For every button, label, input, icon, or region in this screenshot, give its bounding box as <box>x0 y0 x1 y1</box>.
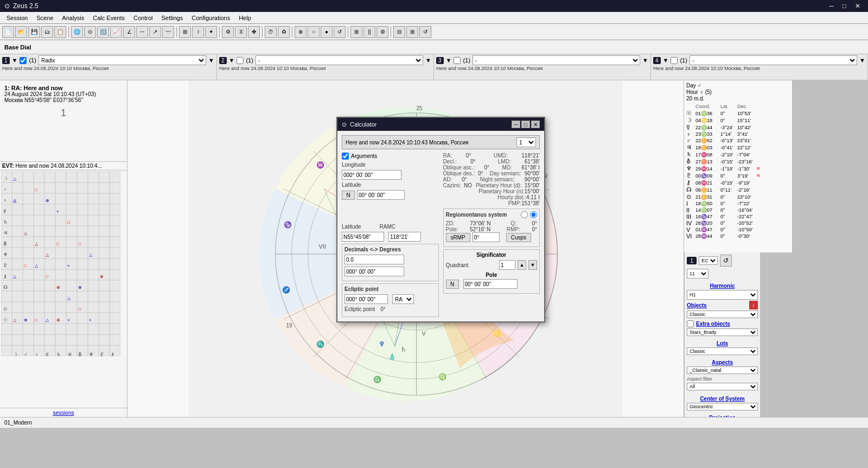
tool-b3[interactable]: ● <box>321 26 333 38</box>
calc-ecliptic-select[interactable]: RA <box>392 294 414 304</box>
tool-c1[interactable]: ⊞ <box>350 26 362 38</box>
calc-cusps-btn[interactable]: Cusps <box>506 233 531 242</box>
ec-select[interactable]: EC <box>699 256 718 265</box>
tool-grid[interactable]: ⊞ <box>179 26 191 38</box>
h1-select[interactable]: H1 <box>687 290 758 300</box>
tool-save2[interactable]: 🗂 <box>41 26 53 38</box>
menu-session[interactable]: Session <box>2 14 32 22</box>
extra-objects-check[interactable] <box>687 320 694 327</box>
menu-analysis[interactable]: Analysis <box>58 14 88 22</box>
aspect-filter-select[interactable]: All <box>687 383 758 390</box>
menu-calc-events[interactable]: Calc Events <box>88 14 129 22</box>
extra-objects-link[interactable]: Extra objects <box>696 321 730 327</box>
chart-panel-3-arrow[interactable]: ▼ <box>446 57 452 64</box>
chart-panel-4-arrow[interactable]: ▼ <box>663 57 669 64</box>
chart-panel-3-dropdown[interactable]: ▼ <box>642 57 648 64</box>
chart-panel-3-num[interactable]: 3 <box>436 57 444 64</box>
chart-panel-2-dropdown[interactable]: ▼ <box>425 57 431 64</box>
tool-star[interactable]: ✦ <box>205 26 217 38</box>
chart-panel-2-check[interactable] <box>237 57 244 64</box>
chart-panel-4-check[interactable] <box>671 57 678 64</box>
sessions-link[interactable]: sessions <box>53 410 74 416</box>
calc-header-num[interactable]: 1 <box>516 137 536 147</box>
calc-lat-coord-input[interactable] <box>342 232 384 242</box>
tool-a3[interactable]: ✤ <box>248 26 260 38</box>
tool-save[interactable]: 💾 <box>28 26 40 38</box>
tool-chart[interactable]: 📈 <box>110 26 122 38</box>
center-of-system-link[interactable]: Center of System <box>687 396 758 402</box>
calc-lat-input[interactable] <box>357 190 405 200</box>
calc-maximize-btn[interactable]: □ <box>521 121 530 128</box>
aspects-link[interactable]: Aspects <box>687 359 758 365</box>
chart-panel-2-num[interactable]: 2 <box>219 57 227 64</box>
chart-panel-1-num[interactable]: 1 <box>2 57 10 64</box>
tool-calc[interactable]: 🔢 <box>97 26 109 38</box>
num-select[interactable]: 11 <box>687 269 709 279</box>
chart-panel-4-select[interactable]: - <box>690 55 857 65</box>
tool-5[interactable]: 📋 <box>54 26 66 38</box>
tool-recalc[interactable]: ♻ <box>278 26 290 38</box>
objects-select[interactable]: Classic <box>687 311 758 318</box>
calc-quadrant-up[interactable]: ▲ <box>518 260 526 270</box>
menu-scene[interactable]: Scene <box>32 14 58 22</box>
calc-longitude-input[interactable] <box>342 170 401 180</box>
menu-help[interactable]: Help <box>234 14 256 22</box>
chart-panel-3-check[interactable] <box>454 57 461 64</box>
chart-panel-3-select[interactable]: - <box>473 55 640 65</box>
tool-d1[interactable]: ⊟ <box>393 26 405 38</box>
calc-srmp-label[interactable]: sRMP <box>446 233 470 242</box>
calc-ramc-input[interactable] <box>388 232 421 242</box>
menu-control[interactable]: Control <box>129 14 157 22</box>
calc-degrees-input[interactable] <box>344 267 404 276</box>
chart-num-badge[interactable]: 1 <box>687 257 697 264</box>
close-button[interactable]: ✕ <box>852 2 864 10</box>
tool-dots[interactable]: ⁞ <box>192 26 204 38</box>
projection-link[interactable]: Projection <box>687 415 758 417</box>
calc-args-check[interactable] <box>342 153 349 160</box>
harmonic-link[interactable]: Harmonic <box>687 283 758 289</box>
calc-quadrant-input[interactable] <box>499 260 515 270</box>
tool-circle[interactable]: ⊙ <box>84 26 96 38</box>
objects-link[interactable]: Objects <box>687 302 707 308</box>
tool-a2[interactable]: ⧖ <box>235 26 247 38</box>
chart-panel-4-num[interactable]: 4 <box>653 57 661 64</box>
tool-arrow[interactable]: ↗ <box>149 26 161 38</box>
objects-icon-btn[interactable]: ♀ <box>749 301 758 309</box>
tool-refresh[interactable]: ↺ <box>334 26 346 38</box>
calc-quadrant-down[interactable]: ▼ <box>528 260 537 270</box>
tool-b1[interactable]: ⊕ <box>295 26 307 38</box>
menu-settings[interactable]: Settings <box>157 14 187 22</box>
tool-c3[interactable]: ⚙ <box>376 26 388 38</box>
tool-d2[interactable]: ⊞ <box>406 26 418 38</box>
calc-close-btn[interactable]: ✕ <box>531 121 540 128</box>
chart-panel-1-check[interactable] <box>20 57 27 64</box>
tool-b2[interactable]: ○ <box>308 26 320 38</box>
chart-panel-2-arrow[interactable]: ▼ <box>229 57 235 64</box>
lots-link[interactable]: Lots <box>687 340 758 346</box>
extra-objects-select[interactable]: Stars_Brady <box>687 328 758 336</box>
calc-pole2-dir-btn[interactable]: N <box>446 280 459 289</box>
tool-globe[interactable]: 🌐 <box>71 26 83 38</box>
chart-panel-1-arrow[interactable]: ▼ <box>12 57 18 64</box>
calc-pole2-input[interactable] <box>463 279 518 289</box>
chart-panel-4-dropdown[interactable]: ▼ <box>859 57 865 64</box>
tool-dash[interactable]: ─ <box>136 26 148 38</box>
aspects-select[interactable]: _Classic_natal <box>687 366 758 374</box>
radio1[interactable] <box>521 211 528 218</box>
tool-c2[interactable]: || <box>363 26 375 38</box>
calc-decimals-input[interactable] <box>344 255 404 264</box>
tool-a1[interactable]: ⚙ <box>222 26 234 38</box>
chart-panel-1-dropdown[interactable]: ▼ <box>208 57 214 64</box>
tool-wave[interactable]: 〰 <box>162 26 174 38</box>
calc-lat-dir-btn[interactable]: N <box>342 191 355 200</box>
menu-configurations[interactable]: Configurations <box>187 14 234 22</box>
minimize-button[interactable]: ─ <box>826 2 837 10</box>
tool-new[interactable]: 📄 <box>2 26 14 38</box>
calc-ecliptic-input[interactable] <box>344 294 388 304</box>
calc-minimize-btn[interactable]: ─ <box>512 121 520 128</box>
tool-clock[interactable]: ⏱ <box>265 26 277 38</box>
chart-panel-2-select[interactable]: - <box>256 55 423 65</box>
lots-select[interactable]: Classic <box>687 347 758 355</box>
tool-angle[interactable]: ∠ <box>123 26 135 38</box>
tool-d3[interactable]: ↺ <box>419 26 431 38</box>
